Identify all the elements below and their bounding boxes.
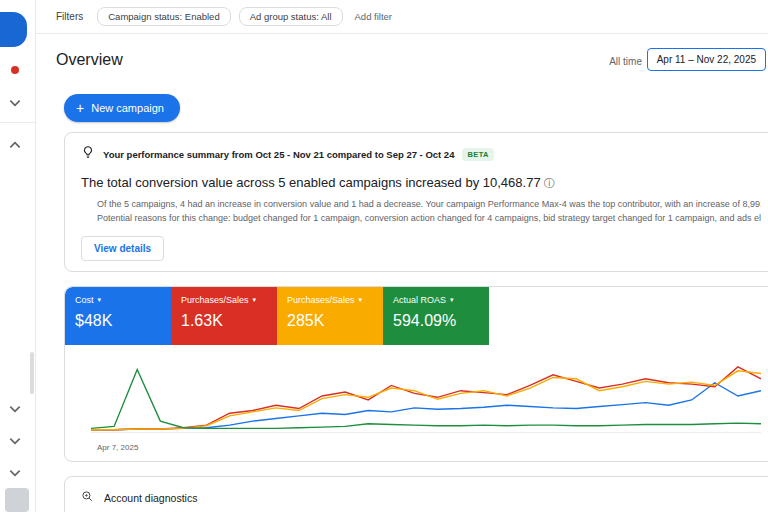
metric-card-actual-roas[interactable]: Actual ROAS ▾ 594.09% — [383, 287, 489, 345]
date-range-picker[interactable]: Apr 11 – Nov 22, 2025 — [647, 48, 766, 71]
metric-value: 1.63K — [181, 312, 267, 330]
diagnostics-header: Account diagnostics — [65, 477, 768, 512]
plus-icon: + — [76, 101, 84, 115]
metric-label: Purchases/Sales — [287, 295, 355, 305]
chevron-up-icon[interactable] — [8, 138, 22, 152]
metric-card-cost[interactable]: Cost ▾ $48K — [65, 287, 171, 345]
sidebar-divider — [0, 122, 35, 123]
metric-card-row: Cost ▾ $48K Purchases/Sales ▾ 1.63K Purc… — [65, 287, 768, 345]
insight-lightbulb-icon — [81, 145, 95, 163]
filters-label: Filters — [56, 11, 83, 22]
performance-summary-card: Your performance summary from Oct 25 - N… — [64, 132, 768, 272]
left-nav-rail — [0, 0, 36, 512]
diagnostics-search-icon — [81, 489, 94, 507]
view-details-button[interactable]: View details — [81, 236, 164, 261]
new-campaign-button[interactable]: + New campaign — [64, 94, 180, 122]
sidebar-bottom-tile[interactable] — [5, 488, 29, 512]
metric-label: Purchases/Sales — [181, 295, 249, 305]
metric-label: Actual ROAS — [393, 295, 446, 305]
insight-headline-text: The total conversion value across 5 enab… — [81, 175, 541, 190]
info-icon[interactable]: ⓘ — [544, 177, 555, 189]
new-campaign-label: New campaign — [91, 102, 164, 114]
metric-card-purchases-sales[interactable]: Purchases/Sales ▾ 1.63K — [171, 287, 277, 345]
insight-bullet: Potential reasons for this change: budge… — [97, 212, 761, 226]
chevron-down-icon[interactable] — [8, 96, 22, 110]
chevron-down-icon[interactable] — [8, 402, 22, 416]
filter-chip-campaign-status[interactable]: Campaign status: Enabled — [97, 7, 230, 26]
metric-value: 594.09% — [393, 312, 479, 330]
filter-chip-ad-group-status[interactable]: Ad group status: All — [239, 7, 343, 26]
insight-summary-title: Your performance summary from Oct 25 - N… — [103, 149, 454, 160]
add-filter-button[interactable]: Add filter — [355, 11, 393, 22]
performance-chart-card: Cost ▾ $48K Purchases/Sales ▾ 1.63K Purc… — [64, 286, 768, 462]
chevron-down-icon[interactable] — [8, 434, 22, 448]
metric-value: 285K — [287, 312, 373, 330]
insight-bullet: Of the 5 campaigns, 4 had an increase in… — [97, 198, 761, 212]
x-axis-start-label: Apr 7, 2025 — [97, 443, 138, 452]
time-comparison-label[interactable]: All time — [609, 56, 642, 67]
account-diagnostics-card[interactable]: Account diagnostics — [64, 476, 768, 512]
insight-bullet-list: Of the 5 campaigns, 4 had an increase in… — [81, 198, 761, 226]
metric-card-purchases-sales-2[interactable]: Purchases/Sales ▾ 285K — [277, 287, 383, 345]
caret-down-icon[interactable]: ▾ — [98, 296, 102, 304]
diagnostics-title: Account diagnostics — [104, 492, 197, 504]
beta-badge: BETA — [462, 148, 493, 161]
caret-down-icon[interactable]: ▾ — [450, 296, 454, 304]
active-nav-pill[interactable] — [0, 12, 27, 47]
caret-down-icon[interactable]: ▾ — [359, 296, 363, 304]
trend-line-chart[interactable] — [91, 361, 761, 433]
notification-dot-icon — [11, 66, 19, 74]
chevron-down-icon[interactable] — [8, 466, 22, 480]
insight-headline: The total conversion value across 5 enab… — [65, 163, 768, 191]
metric-value: $48K — [75, 312, 161, 330]
sidebar-scrollbar[interactable] — [30, 352, 34, 394]
filters-bar: Filters Campaign status: Enabled Ad grou… — [36, 0, 768, 34]
app-window: Filters Campaign status: Enabled Ad grou… — [0, 0, 768, 512]
caret-down-icon[interactable]: ▾ — [253, 296, 257, 304]
insight-header: Your performance summary from Oct 25 - N… — [65, 133, 768, 163]
metric-label: Cost — [75, 295, 94, 305]
page-title: Overview — [56, 51, 123, 69]
